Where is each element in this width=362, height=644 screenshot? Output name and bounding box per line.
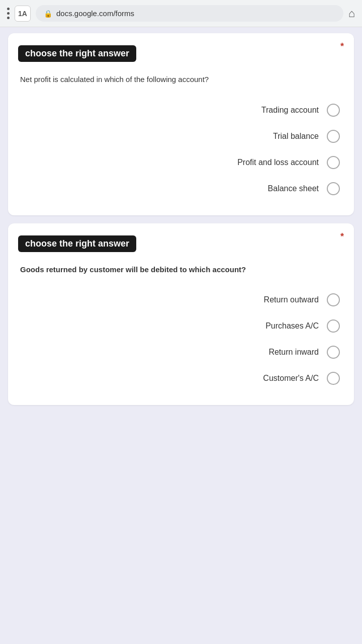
option-label: Return outward	[264, 295, 319, 304]
required-star-2: *	[340, 231, 344, 242]
option-label: Customer's A/C	[263, 374, 319, 383]
url-bar[interactable]: 🔒 docs.google.com/forms	[36, 5, 343, 22]
option-row[interactable]: Return inward	[18, 340, 344, 365]
radio-button[interactable]	[327, 319, 340, 333]
options-list-1: Trading account Trial balance Profit and…	[18, 98, 344, 201]
option-label: Balance sheet	[268, 184, 319, 193]
url-text: docs.google.com/forms	[56, 9, 134, 18]
question-label-2: choose the right answer	[18, 235, 136, 252]
radio-button[interactable]	[327, 104, 340, 117]
options-list-2: Return outward Purchases A/C Return inwa…	[18, 287, 344, 391]
tab-icon[interactable]: 1A	[15, 6, 31, 22]
question-text-2: Goods returned by customer will be debit…	[18, 264, 344, 276]
radio-button[interactable]	[327, 346, 340, 359]
option-label: Return inward	[268, 348, 319, 357]
option-label: Profit and loss account	[237, 158, 319, 167]
option-row[interactable]: Trial balance	[18, 124, 344, 149]
option-label: Trial balance	[273, 132, 319, 141]
lock-icon: 🔒	[44, 10, 52, 18]
question-text-1: Net profit is calculated in which of the…	[18, 74, 344, 86]
option-label: Purchases A/C	[265, 321, 319, 331]
radio-button[interactable]	[327, 182, 340, 195]
option-row[interactable]: Customer's A/C	[18, 366, 344, 391]
option-row[interactable]: Purchases A/C	[18, 313, 344, 339]
question-label-1: choose the right answer	[18, 45, 136, 62]
radio-button[interactable]	[327, 156, 340, 169]
menu-icon[interactable]	[7, 8, 10, 19]
radio-button[interactable]	[327, 130, 340, 143]
radio-button[interactable]	[327, 293, 340, 306]
option-row[interactable]: Return outward	[18, 287, 344, 312]
option-row[interactable]: Profit and loss account	[18, 150, 344, 175]
option-label: Trading account	[261, 106, 319, 115]
radio-button[interactable]	[327, 372, 340, 385]
option-row[interactable]: Balance sheet	[18, 176, 344, 201]
question-card-2: * choose the right answer Goods returned…	[8, 223, 354, 406]
page-content: * choose the right answer Net profit is …	[0, 27, 362, 411]
option-row[interactable]: Trading account	[18, 98, 344, 123]
browser-chrome: 1A 🔒 docs.google.com/forms ⌂	[0, 0, 362, 27]
home-button[interactable]: ⌂	[348, 7, 355, 20]
required-star-1: *	[340, 41, 344, 52]
question-card-1: * choose the right answer Net profit is …	[8, 33, 354, 215]
